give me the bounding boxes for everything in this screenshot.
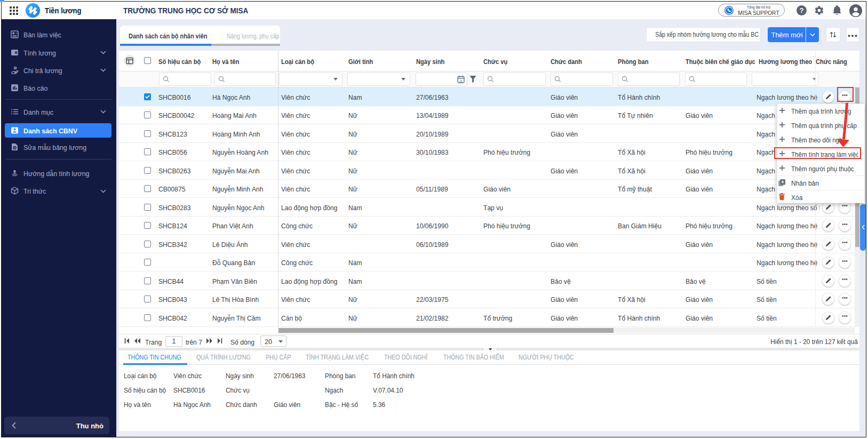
svg-text:21: 21 [459,79,463,83]
